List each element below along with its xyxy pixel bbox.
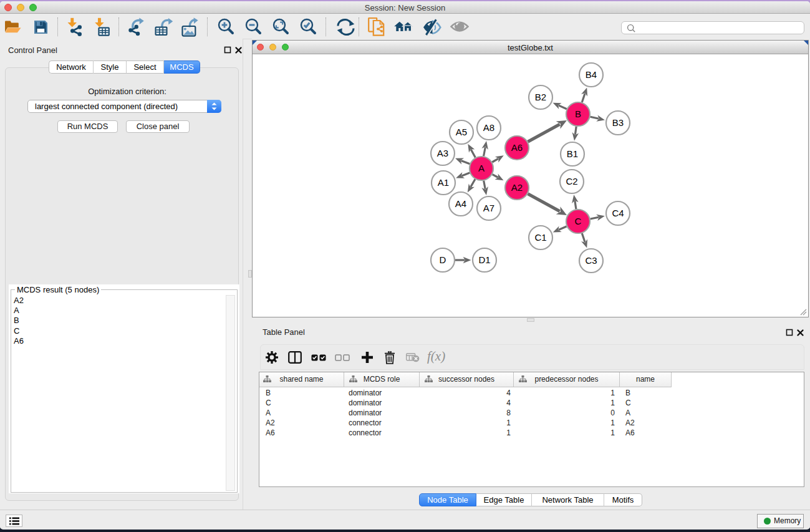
svg-text:B2: B2	[535, 92, 546, 102]
svg-text:A3: A3	[437, 148, 448, 158]
svg-text:A7: A7	[483, 203, 494, 213]
svg-text:D1: D1	[478, 254, 490, 265]
svg-text:B3: B3	[612, 117, 624, 128]
svg-text:B1: B1	[567, 148, 578, 159]
svg-text:A1: A1	[438, 177, 449, 188]
svg-text:C4: C4	[612, 208, 624, 218]
svg-text:B4: B4	[586, 69, 597, 80]
svg-text:C2: C2	[566, 176, 577, 186]
svg-text:A: A	[478, 163, 485, 173]
svg-text:A8: A8	[483, 122, 494, 133]
svg-text:D: D	[440, 254, 446, 265]
svg-text:C: C	[575, 216, 582, 226]
svg-text:A2: A2	[511, 182, 523, 193]
svg-text:B: B	[575, 109, 581, 119]
svg-text:A6: A6	[511, 142, 523, 153]
svg-text:C3: C3	[585, 255, 597, 266]
svg-text:A5: A5	[456, 127, 467, 137]
svg-text:C1: C1	[534, 232, 546, 243]
svg-text:A4: A4	[455, 198, 466, 209]
